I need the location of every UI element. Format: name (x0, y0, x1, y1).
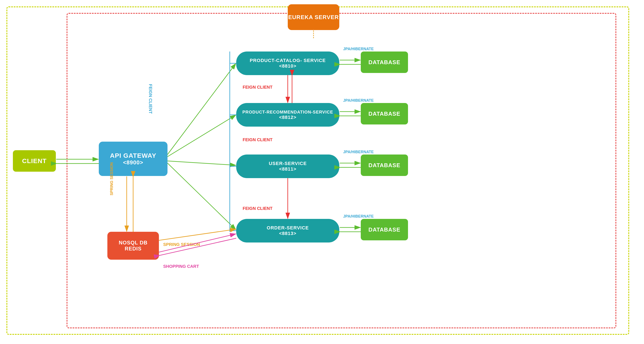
product-rec-label2: <8812> (279, 115, 296, 120)
nosql-box: NOSQL DB REDIS (107, 232, 159, 260)
feign-client-vertical-label: FEIGN CLIENT (148, 84, 153, 114)
api-gateway-label2: <8900> (123, 159, 143, 166)
product-catalog-box: PRODUCT-CATALOG- SERVICE <8810> (236, 51, 339, 75)
product-rec-label1: PRODUCT-RECOMMENDATION-SERVICE (242, 110, 333, 115)
nosql-label2: REDIS (125, 246, 142, 252)
nosql-label1: NOSQL DB (119, 240, 148, 246)
user-service-label1: USER-SERVICE (269, 161, 307, 166)
database-label-4: DATABASE (368, 226, 400, 233)
jpa-label-2: JPA/HIBERNATE (343, 98, 374, 103)
database-box-2: DATABASE (361, 103, 408, 124)
user-service-label2: <8811> (279, 166, 296, 172)
database-label-3: DATABASE (368, 162, 400, 169)
shopping-cart-label: SHOPPING CART (163, 264, 199, 269)
jpa-label-3: JPA/HIBERNATE (343, 150, 374, 154)
product-rec-box: PRODUCT-RECOMMENDATION-SERVICE <8812> (236, 103, 339, 127)
api-gateway-label1: API GATEWAY (110, 152, 156, 159)
jpa-label-4: JPA/HIBERNATE (343, 214, 374, 219)
eureka-server-box: EUREKA SERVER (288, 4, 339, 30)
user-service-box: USER-SERVICE <8811> (236, 154, 339, 178)
database-box-3: DATABASE (361, 154, 408, 176)
feign-label-2: FEIGN CLIENT (243, 137, 272, 142)
client-label: CLIENT (22, 157, 46, 165)
database-box-4: DATABASE (361, 219, 408, 240)
product-catalog-label1: PRODUCT-CATALOG- SERVICE (250, 58, 326, 63)
product-catalog-label2: <8810> (279, 63, 296, 69)
eureka-label: EUREKA SERVER (288, 14, 339, 20)
api-gateway-box: API GATEWAY <8900> (99, 142, 168, 176)
order-service-label1: ORDER-SERVICE (267, 225, 309, 231)
database-label-1: DATABASE (368, 59, 400, 66)
feign-label-3: FEIGN CLIENT (243, 206, 272, 211)
spring-session-h-label: SPRING SESSION (163, 242, 200, 247)
spring-session-vertical-label: SPRING SESSION (110, 162, 114, 195)
jpa-label-1: JPA/HIBERNATE (343, 47, 374, 51)
diagram-container: EUREKA SERVER CLIENT API GATEWAY <8900> … (0, 0, 644, 344)
database-label-2: DATABASE (368, 110, 400, 117)
client-box: CLIENT (13, 150, 56, 172)
database-box-1: DATABASE (361, 51, 408, 73)
order-service-box: ORDER-SERVICE <8813> (236, 219, 339, 243)
order-service-label2: <8813> (279, 231, 296, 236)
feign-label-1: FEIGN CLIENT (243, 85, 272, 90)
